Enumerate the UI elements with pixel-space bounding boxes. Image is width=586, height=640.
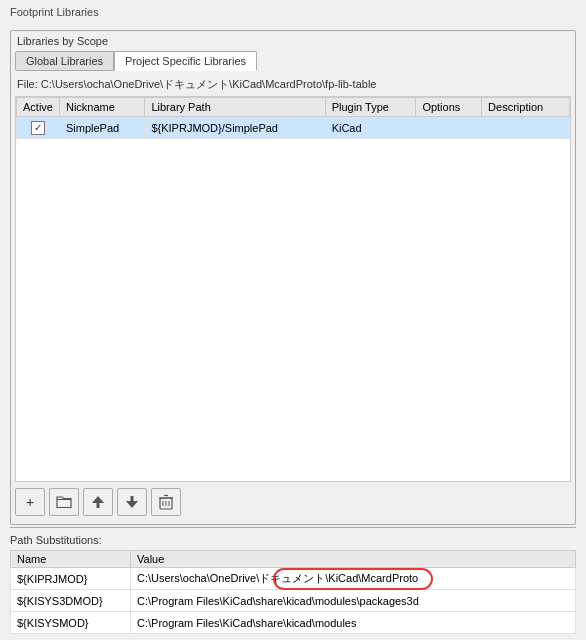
- col-options: Options: [416, 98, 482, 117]
- nickname-cell[interactable]: SimplePad: [59, 117, 144, 139]
- path-sub-header-row: Name Value: [11, 551, 576, 568]
- plugin-type-cell[interactable]: KiCad: [325, 117, 416, 139]
- path-sub-row-kisys3dmod: ${KISYS3DMOD} C:\Program Files\KiCad\sha…: [11, 590, 576, 612]
- path-sub-row-kisysmod: ${KISYSMOD} C:\Program Files\KiCad\share…: [11, 612, 576, 634]
- path-substitutions: Path Substitutions: Name Value ${KIPRJMO…: [10, 527, 576, 634]
- col-nickname: Nickname: [59, 98, 144, 117]
- main-window: Footprint Libraries Libraries by Scope G…: [0, 0, 586, 640]
- file-path-value: C:\Users\ocha\OneDrive\ドキュメント\KiCad\Mcar…: [41, 78, 377, 90]
- description-cell[interactable]: [482, 117, 570, 139]
- active-cell[interactable]: ✓: [17, 117, 60, 139]
- col-library-path: Library Path: [145, 98, 325, 117]
- move-down-button[interactable]: [117, 488, 147, 516]
- path-value-kiprjmod: C:\Users\ocha\OneDrive\ドキュメント\KiCad\Mcar…: [131, 568, 576, 590]
- library-table: Active Nickname Library Path Plugin Type…: [16, 97, 570, 139]
- path-name-kisysmod: ${KISYSMOD}: [11, 612, 131, 634]
- path-col-name: Name: [11, 551, 131, 568]
- toolbar: +: [15, 482, 571, 520]
- col-active: Active: [17, 98, 60, 117]
- library-table-area: Active Nickname Library Path Plugin Type…: [15, 96, 571, 482]
- add-button[interactable]: +: [15, 488, 45, 516]
- path-name-kisys3dmod: ${KISYS3DMOD}: [11, 590, 131, 612]
- tab-global[interactable]: Global Libraries: [15, 51, 114, 71]
- open-folder-button[interactable]: [49, 488, 79, 516]
- up-arrow-icon: [92, 495, 104, 509]
- path-value-kisysmod: C:\Program Files\KiCad\share\kicad\modul…: [131, 612, 576, 634]
- folder-icon: [56, 495, 72, 509]
- trash-icon: [159, 494, 173, 510]
- options-cell[interactable]: [416, 117, 482, 139]
- title-bar: Footprint Libraries: [0, 0, 586, 24]
- delete-button[interactable]: [151, 488, 181, 516]
- main-content: Libraries by Scope Global Libraries Proj…: [0, 24, 586, 640]
- path-name-kiprjmod: ${KIPRJMOD}: [11, 568, 131, 590]
- tab-project[interactable]: Project Specific Libraries: [114, 51, 257, 71]
- move-up-button[interactable]: [83, 488, 113, 516]
- table-header-row: Active Nickname Library Path Plugin Type…: [17, 98, 570, 117]
- file-path: File: C:\Users\ocha\OneDrive\ドキュメント\KiCa…: [15, 75, 571, 96]
- path-value-kisys3dmod: C:\Program Files\KiCad\share\kicad\modul…: [131, 590, 576, 612]
- col-description: Description: [482, 98, 570, 117]
- path-substitutions-title: Path Substitutions:: [10, 534, 576, 546]
- path-sub-row-kiprjmod: ${KIPRJMOD} C:\Users\ocha\OneDrive\ドキュメン…: [11, 568, 576, 590]
- col-plugin-type: Plugin Type: [325, 98, 416, 117]
- active-checkbox[interactable]: ✓: [31, 121, 45, 135]
- svg-marker-0: [92, 496, 104, 503]
- path-sub-table: Name Value ${KIPRJMOD} C:\Users\ocha\One…: [10, 550, 576, 634]
- window-title: Footprint Libraries: [10, 6, 99, 18]
- svg-rect-1: [97, 503, 100, 508]
- tabs-container: Global Libraries Project Specific Librar…: [15, 51, 571, 71]
- path-col-value: Value: [131, 551, 576, 568]
- libraries-group: Libraries by Scope Global Libraries Proj…: [10, 30, 576, 525]
- table-row[interactable]: ✓ SimplePad ${KIPRJMOD}/SimplePad KiCad: [17, 117, 570, 139]
- down-arrow-icon: [126, 495, 138, 509]
- svg-rect-3: [131, 496, 134, 501]
- svg-marker-2: [126, 501, 138, 508]
- scope-label: Libraries by Scope: [15, 35, 571, 47]
- library-path-cell[interactable]: ${KIPRJMOD}/SimplePad: [145, 117, 325, 139]
